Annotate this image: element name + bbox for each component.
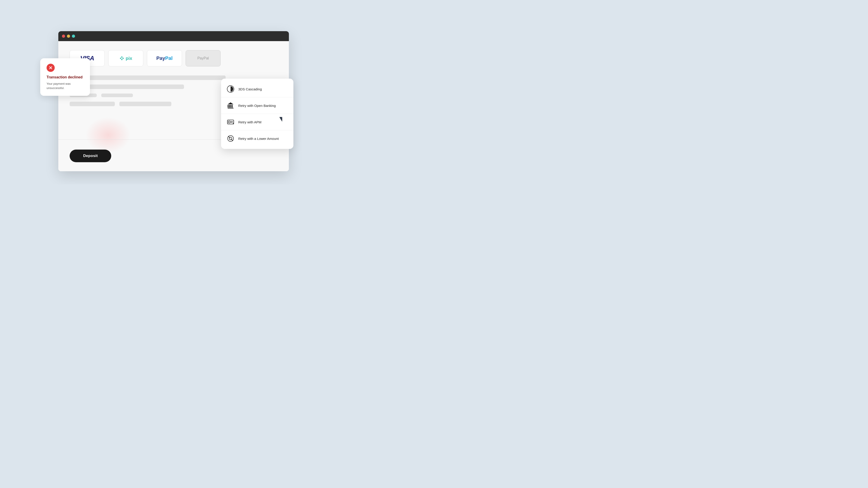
svg-rect-7 — [232, 105, 232, 107]
paypal-text-2: PayPal — [197, 56, 209, 61]
skeleton-bar-5 — [70, 102, 115, 106]
close-dot[interactable] — [62, 35, 65, 38]
payment-methods: VISA pix PayPal — [70, 50, 278, 66]
apm-icon-svg — [227, 118, 235, 126]
pix-text: pix — [126, 56, 132, 61]
error-title: Transaction declined — [46, 75, 84, 80]
pix-logo: pix — [119, 56, 132, 61]
3ds-cascading-icon — [227, 85, 235, 93]
menu-item-open-banking[interactable]: Retry with Open Banking — [221, 97, 293, 114]
payment-tab-paypal2[interactable]: PayPal — [186, 50, 221, 66]
dropdown-menu: 3DS Cascading Retry with Open Banking — [221, 78, 293, 149]
skeleton-bar-1 — [70, 75, 225, 80]
svg-rect-3 — [228, 108, 234, 108]
bank-icon — [227, 102, 235, 109]
payment-tab-paypal1[interactable]: PayPal — [147, 50, 182, 66]
menu-item-apm[interactable]: Retry with APM — [221, 114, 293, 130]
skeleton-bar-6 — [119, 102, 171, 106]
payment-tab-pix[interactable]: pix — [108, 50, 143, 66]
error-card: Transaction declined Your payment was un… — [40, 58, 90, 96]
menu-label-3ds: 3DS Cascading — [238, 87, 262, 92]
cursor-pointer — [279, 117, 282, 122]
paypal-logo-1: PayPal — [156, 55, 173, 61]
menu-label-apm: Retry with APM — [238, 120, 261, 125]
menu-item-3ds[interactable]: 3DS Cascading — [221, 81, 293, 97]
deposit-button[interactable]: Deposit — [70, 150, 111, 162]
svg-line-16 — [230, 138, 231, 139]
pix-icon — [119, 56, 124, 61]
svg-rect-5 — [229, 105, 230, 107]
skeleton-bar-4 — [101, 94, 133, 97]
scene: VISA pix PayPal — [40, 13, 289, 171]
browser-titlebar — [58, 31, 289, 41]
red-glow — [86, 117, 131, 153]
apm-icon — [226, 118, 235, 126]
minimize-dot[interactable] — [67, 35, 70, 38]
lower-amount-icon-svg — [227, 135, 235, 142]
lower-amount-icon — [226, 134, 235, 142]
svg-rect-4 — [228, 105, 228, 107]
svg-rect-6 — [230, 105, 231, 107]
menu-label-lower-amount: Retry with a Lower Amount — [238, 136, 279, 141]
menu-label-open-banking: Retry with Open Banking — [238, 103, 276, 108]
error-icon — [46, 64, 55, 72]
maximize-dot[interactable] — [72, 35, 75, 38]
error-message: Your payment was unsuccessful. — [46, 82, 84, 90]
menu-item-lower-amount[interactable]: Retry with a Lower Amount — [221, 130, 293, 147]
svg-marker-8 — [228, 102, 234, 104]
open-banking-icon — [226, 101, 235, 109]
svg-rect-10 — [228, 121, 230, 123]
x-icon — [49, 66, 53, 70]
3ds-icon — [226, 85, 235, 93]
